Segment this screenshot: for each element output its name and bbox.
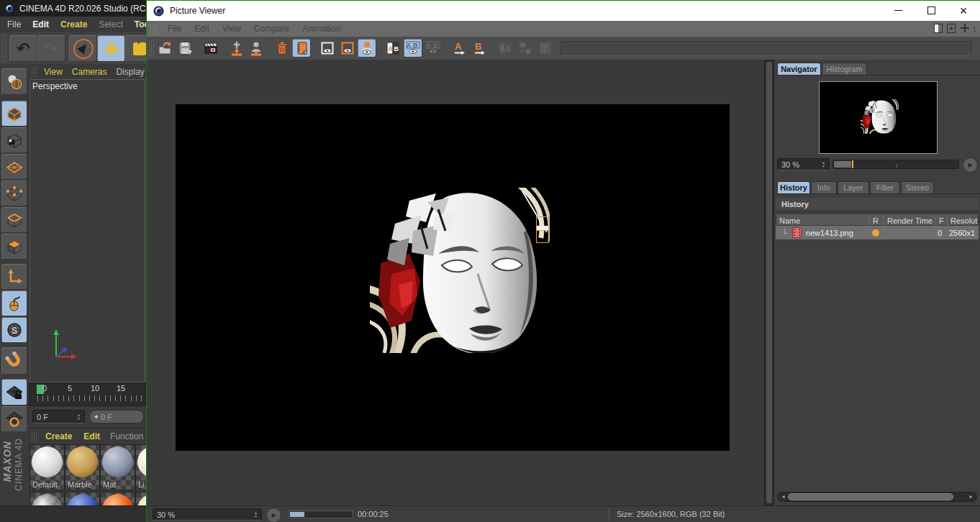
- show-mask-button[interactable]: [358, 39, 376, 58]
- tab-navigator[interactable]: Navigator: [777, 63, 821, 75]
- tab-histogram[interactable]: Histogram: [822, 63, 867, 75]
- column-render-time[interactable]: Render Time: [884, 214, 935, 226]
- material-menu-create[interactable]: Create: [45, 431, 72, 441]
- status-zoom-stepper[interactable]: ▲▼: [254, 511, 258, 518]
- viewport-menu-view[interactable]: View: [44, 67, 63, 77]
- enable-axis-button[interactable]: [1, 264, 27, 290]
- pv-menu-animation[interactable]: Animation: [302, 24, 340, 34]
- viewport[interactable]: Perspective: [30, 79, 145, 383]
- minimize-button[interactable]: [881, 1, 915, 20]
- history-hscrollbar[interactable]: ◄ ►: [777, 492, 977, 502]
- scale-person-button[interactable]: [247, 39, 266, 58]
- material-orange[interactable]: [100, 492, 135, 505]
- menu-select[interactable]: Select: [99, 19, 122, 29]
- menu-edit[interactable]: Edit: [32, 19, 49, 29]
- compare-extra-1-button[interactable]: AD: [496, 39, 514, 58]
- resize-panel-icon[interactable]: ↕: [972, 23, 977, 34]
- workplane-mode-button[interactable]: [1, 154, 27, 180]
- hscroll-right-arrow[interactable]: ►: [968, 494, 974, 499]
- image-canvas[interactable]: [147, 60, 764, 505]
- material-menu-edit[interactable]: Edit: [83, 431, 100, 441]
- menu-tools[interactable]: Tools: [135, 19, 146, 29]
- viewport-tweak-button[interactable]: [1, 290, 27, 316]
- pv-menu-compare[interactable]: Compare: [254, 24, 289, 34]
- pv-toolbar-grip[interactable]: [148, 40, 155, 57]
- viewport-menu-cameras[interactable]: Cameras: [72, 67, 107, 77]
- frame-stepper[interactable]: ▲▼: [77, 413, 81, 421]
- material-mat[interactable]: Mat: [100, 444, 135, 490]
- undo-button[interactable]: ↶: [9, 35, 37, 62]
- status-zoom-field[interactable]: 30 % ▲▼: [153, 508, 262, 521]
- layer-manager-button[interactable]: [292, 39, 311, 58]
- pv-menu-file[interactable]: File: [168, 24, 181, 34]
- tab-history[interactable]: History: [777, 181, 810, 193]
- frame-number-field[interactable]: 0 F ▲▼: [32, 410, 85, 423]
- column-f[interactable]: F: [935, 214, 947, 226]
- material-blue[interactable]: [65, 492, 100, 505]
- close-button[interactable]: ×: [948, 1, 979, 20]
- material-marble[interactable]: Marble: [65, 444, 100, 490]
- render-region-marquee[interactable]: [536, 216, 549, 243]
- compare-ab-wipe-button[interactable]: AB: [404, 39, 422, 58]
- zoom-slider-marker[interactable]: [852, 160, 853, 168]
- view-add-icon[interactable]: +: [947, 24, 956, 33]
- tab-info[interactable]: Info: [811, 181, 837, 193]
- history-row[interactable]: └ new1413.png 0 2560x1: [776, 226, 979, 239]
- lock-workplane-button[interactable]: [1, 379, 27, 406]
- set-compare-a-button[interactable]: A: [450, 39, 468, 58]
- show-image-button[interactable]: [318, 39, 337, 58]
- compare-extra-3-button[interactable]: AB12: [536, 39, 555, 58]
- timeline-ruler[interactable]: 0 5 10 15: [29, 383, 146, 406]
- material-cream[interactable]: [135, 492, 146, 505]
- pv-menu-grip[interactable]: [150, 24, 158, 35]
- vertical-scrollbar[interactable]: [764, 60, 774, 505]
- scale-image-button[interactable]: [227, 39, 246, 58]
- texture-mode-button[interactable]: [1, 127, 27, 153]
- navigator-thumbnail[interactable]: [819, 81, 938, 154]
- navigator-zoom-field[interactable]: 30 % ▲▼: [777, 158, 830, 170]
- hscroll-left-arrow[interactable]: ◄: [781, 494, 786, 499]
- column-name[interactable]: Name: [776, 214, 869, 226]
- menu-create[interactable]: Create: [60, 19, 87, 29]
- live-selection-button[interactable]: [69, 35, 97, 62]
- magnet-button[interactable]: [1, 347, 27, 375]
- move-panel-icon[interactable]: [960, 23, 970, 33]
- show-alpha-button[interactable]: [338, 39, 357, 58]
- viewport-menu-grip[interactable]: [31, 67, 38, 77]
- column-resolution[interactable]: Resolut: [947, 214, 979, 226]
- viewport-menu-display[interactable]: Display: [116, 67, 144, 77]
- snap-button[interactable]: S: [1, 317, 27, 343]
- planar-workplane-button[interactable]: [1, 406, 27, 432]
- navigator-zoom-button[interactable]: ▶: [963, 157, 978, 173]
- material-glass[interactable]: [30, 492, 65, 505]
- move-tool-button[interactable]: [97, 35, 125, 62]
- open-image-button[interactable]: [155, 39, 174, 58]
- navigator-zoom-slider[interactable]: [832, 160, 959, 169]
- points-mode-button[interactable]: [1, 180, 27, 206]
- vertical-scrollbar-thumb[interactable]: [766, 62, 772, 503]
- column-r[interactable]: R: [869, 214, 884, 226]
- pv-menu-edit[interactable]: Edit: [194, 24, 209, 34]
- polygons-mode-button[interactable]: [1, 234, 27, 260]
- pv-title-bar[interactable]: Picture Viewer ×: [147, 1, 980, 21]
- material-light[interactable]: Li: [135, 444, 146, 490]
- view-split-icon[interactable]: [934, 24, 943, 33]
- tab-layer[interactable]: Layer: [838, 181, 869, 193]
- render-video-button[interactable]: [201, 39, 220, 58]
- compare-ab-button[interactable]: AB: [384, 39, 402, 58]
- pv-menu-view[interactable]: View: [222, 24, 241, 34]
- material-menu-grip[interactable]: [31, 431, 38, 441]
- status-zoom-button[interactable]: ▶: [266, 508, 281, 522]
- toolbar-grip[interactable]: [1, 34, 7, 63]
- menu-file[interactable]: File: [7, 19, 21, 29]
- redo-button[interactable]: ↷: [37, 35, 65, 62]
- convert-button[interactable]: [1, 68, 27, 95]
- material-menu-function[interactable]: Function: [110, 431, 143, 441]
- tab-filter[interactable]: Filter: [870, 181, 900, 193]
- set-compare-b-button[interactable]: B: [470, 39, 489, 58]
- goto-left-arrow-icon[interactable]: ◄: [93, 413, 99, 420]
- maximize-button[interactable]: [915, 1, 948, 20]
- hscroll-thumb[interactable]: [788, 493, 953, 500]
- navigator-zoom-stepper[interactable]: ▲▼: [822, 161, 825, 168]
- compare-extra-2-button[interactable]: AB: [516, 39, 535, 58]
